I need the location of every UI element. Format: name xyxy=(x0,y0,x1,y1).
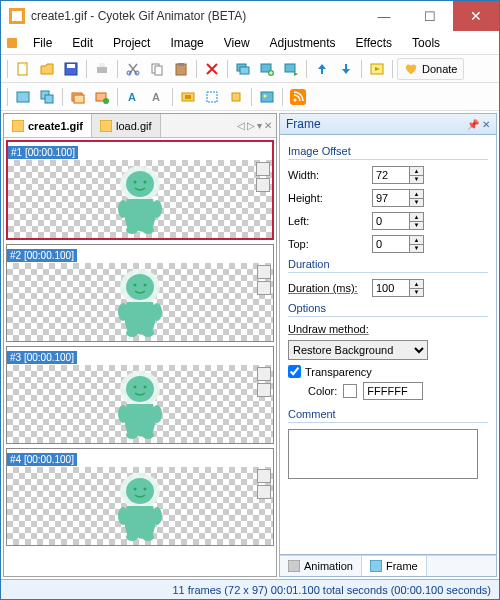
frame-canvas xyxy=(7,467,273,545)
svg-point-44 xyxy=(126,226,138,234)
svg-point-59 xyxy=(152,405,162,423)
frame-props-icon[interactable] xyxy=(257,485,271,499)
menu-tools[interactable]: Tools xyxy=(402,33,450,53)
tab-create1[interactable]: create1.gif xyxy=(4,114,92,137)
color-swatch[interactable] xyxy=(343,384,357,398)
tab-prev-icon[interactable]: ◁ xyxy=(237,120,245,131)
svg-point-35 xyxy=(294,98,297,101)
image-view-icon[interactable] xyxy=(256,86,278,108)
transparency-checkbox[interactable] xyxy=(288,365,301,378)
preview-icon[interactable] xyxy=(366,58,388,80)
frame-props-icon[interactable] xyxy=(257,383,271,397)
frame-item[interactable]: #2 [00:00.100] xyxy=(6,244,274,342)
menu-image[interactable]: Image xyxy=(160,33,213,53)
new-icon[interactable] xyxy=(12,58,34,80)
svg-point-67 xyxy=(152,507,162,525)
image-add-icon[interactable] xyxy=(256,58,278,80)
frame-icon xyxy=(370,560,382,572)
menu-project[interactable]: Project xyxy=(103,33,160,53)
text-alt-icon[interactable]: A xyxy=(146,86,168,108)
rss-icon[interactable] xyxy=(287,86,309,108)
tab-frame[interactable]: Frame xyxy=(362,556,427,576)
window-tile-icon[interactable] xyxy=(12,86,34,108)
duration-label: Duration (ms): xyxy=(288,282,366,294)
layers-icon[interactable] xyxy=(67,86,89,108)
donate-button[interactable]: Donate xyxy=(397,58,464,80)
comment-textarea[interactable] xyxy=(288,429,478,479)
svg-rect-29 xyxy=(185,95,191,99)
top-input[interactable] xyxy=(372,235,410,253)
crop-icon[interactable] xyxy=(225,86,247,108)
svg-rect-36 xyxy=(12,120,24,132)
tab-close-icon[interactable]: ✕ xyxy=(264,120,272,131)
menubar: File Edit Project Image View Adjustments… xyxy=(1,31,499,55)
height-input[interactable] xyxy=(372,189,410,207)
svg-point-48 xyxy=(134,284,137,287)
frames-list[interactable]: #1 [00:00.100] #2 [00:00.100] #3 [00:00.… xyxy=(4,138,276,576)
width-spinner[interactable]: ▲▼ xyxy=(410,166,424,184)
menu-file[interactable]: File xyxy=(23,33,62,53)
frame-info-icon[interactable] xyxy=(257,265,271,279)
frame-header: #3 [00:00.100] xyxy=(7,351,77,364)
save-icon[interactable] xyxy=(60,58,82,80)
frame-character xyxy=(110,164,170,234)
frame-info-icon[interactable] xyxy=(257,469,271,483)
frame-props-icon[interactable] xyxy=(256,178,270,192)
menu-view[interactable]: View xyxy=(214,33,260,53)
menu-edit[interactable]: Edit xyxy=(62,33,103,53)
svg-rect-14 xyxy=(240,67,249,74)
frame-info-icon[interactable] xyxy=(256,162,270,176)
text-icon[interactable]: A xyxy=(122,86,144,108)
image-next-icon[interactable] xyxy=(280,58,302,80)
left-input[interactable] xyxy=(372,212,410,230)
svg-rect-21 xyxy=(45,95,53,103)
align-center-icon[interactable] xyxy=(177,86,199,108)
height-spinner[interactable]: ▲▼ xyxy=(410,189,424,207)
copy-icon[interactable] xyxy=(146,58,168,80)
print-icon[interactable] xyxy=(91,58,113,80)
top-spinner[interactable]: ▲▼ xyxy=(410,235,424,253)
svg-rect-6 xyxy=(99,63,105,67)
move-down-icon[interactable] xyxy=(335,58,357,80)
titlebar: create1.gif - Cyotek Gif Animator (BETA)… xyxy=(1,1,499,31)
cut-icon[interactable] xyxy=(122,58,144,80)
frame-item[interactable]: #4 [00:00.100] xyxy=(6,448,274,546)
tab-animation-label: Animation xyxy=(304,560,353,572)
menu-root-icon[interactable] xyxy=(7,38,17,48)
menu-adjustments[interactable]: Adjustments xyxy=(260,33,346,53)
frame-item[interactable]: #1 [00:00.100] xyxy=(6,140,274,240)
selection-icon[interactable] xyxy=(201,86,223,108)
frame-props-icon[interactable] xyxy=(257,281,271,295)
tab-next-icon[interactable]: ▷ xyxy=(247,120,255,131)
paste-icon[interactable] xyxy=(170,58,192,80)
frame-item[interactable]: #3 [00:00.100] xyxy=(6,346,274,444)
window-cascade-icon[interactable] xyxy=(36,86,58,108)
delete-icon[interactable] xyxy=(201,58,223,80)
duration-input[interactable] xyxy=(372,279,410,297)
duration-spinner[interactable]: ▲▼ xyxy=(410,279,424,297)
color-input[interactable] xyxy=(363,382,423,400)
frame-header: #1 [00:00.100] xyxy=(8,146,78,159)
tab-menu-icon[interactable]: ▾ xyxy=(257,120,262,131)
maximize-button[interactable]: ☐ xyxy=(407,1,453,31)
svg-point-43 xyxy=(152,200,162,218)
svg-point-47 xyxy=(126,274,154,300)
menu-effects[interactable]: Effects xyxy=(346,33,402,53)
svg-point-64 xyxy=(134,488,137,491)
width-input[interactable] xyxy=(372,166,410,184)
tab-animation[interactable]: Animation xyxy=(280,556,362,576)
open-icon[interactable] xyxy=(36,58,58,80)
frame-info-icon[interactable] xyxy=(257,367,271,381)
images-icon[interactable] xyxy=(232,58,254,80)
tab-load[interactable]: load.gif xyxy=(92,114,160,137)
layer-add-icon[interactable] xyxy=(91,86,113,108)
group-comment: Comment xyxy=(288,408,488,420)
close-button[interactable]: ✕ xyxy=(453,1,499,31)
pin-icon[interactable]: 📌 ✕ xyxy=(467,119,490,130)
film-icon xyxy=(288,560,300,572)
undraw-label: Undraw method: xyxy=(288,323,369,335)
left-spinner[interactable]: ▲▼ xyxy=(410,212,424,230)
minimize-button[interactable]: — xyxy=(361,1,407,31)
move-up-icon[interactable] xyxy=(311,58,333,80)
undraw-select[interactable]: Restore Background xyxy=(288,340,428,360)
